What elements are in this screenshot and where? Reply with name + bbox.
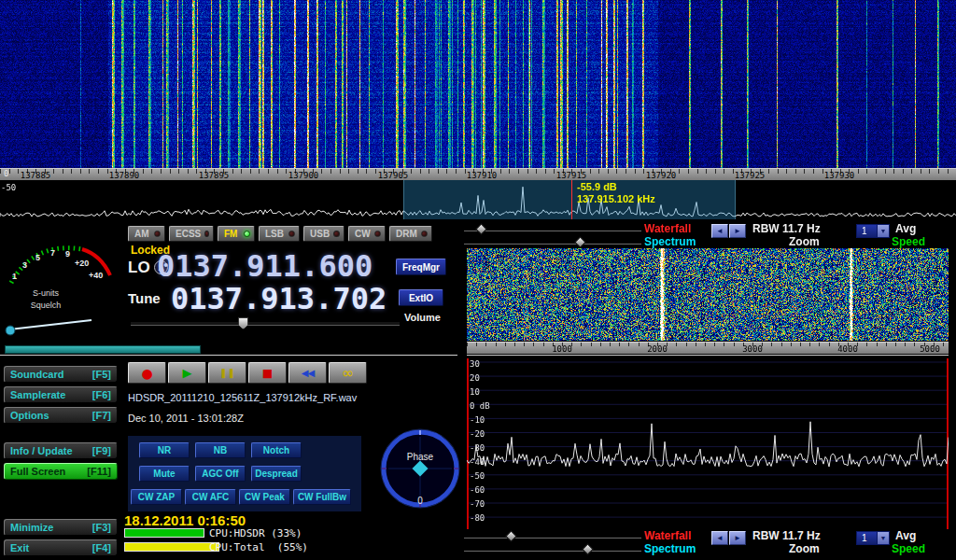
stop-icon: ■ bbox=[262, 368, 273, 379]
frequency-scale[interactable]: 137885 137890 137895 137900 137905 13791… bbox=[0, 168, 956, 180]
audio-db-label: 20 bbox=[470, 373, 480, 383]
button-label: Exit bbox=[10, 542, 29, 553]
freqmgr-button[interactable]: FreqMgr bbox=[396, 259, 446, 275]
slider-thumb[interactable] bbox=[574, 236, 586, 248]
cw-afc-button[interactable]: CW AFC bbox=[185, 489, 236, 505]
s-meter-needle-icon bbox=[9, 320, 91, 329]
mode-button-lsb[interactable]: LSB bbox=[259, 226, 300, 242]
dropdown-arrow-icon[interactable]: ▼ bbox=[877, 225, 889, 237]
notch-button[interactable]: Notch bbox=[251, 442, 302, 458]
volume-slider-thumb[interactable] bbox=[238, 317, 248, 329]
despread-button[interactable]: Despread bbox=[251, 466, 302, 482]
s-meter-number: 1 bbox=[12, 272, 17, 281]
loop-button[interactable]: ∞ bbox=[329, 362, 367, 384]
zoom-tick-label: 1000 bbox=[545, 344, 579, 354]
cpu-hdsdr-label: CPU:HDSDR (33%) bbox=[209, 527, 302, 539]
agc-button[interactable]: AGC Off bbox=[195, 466, 246, 482]
volume-label: Volume bbox=[404, 312, 441, 323]
freq-tick-label: 137885 bbox=[15, 171, 56, 180]
options-button[interactable]: Options [F7] bbox=[4, 407, 118, 424]
mode-button-cw[interactable]: CW bbox=[348, 226, 386, 242]
samplerate-button[interactable]: Samplerate [F6] bbox=[4, 386, 118, 403]
mode-label: USB bbox=[310, 229, 330, 239]
stop-button[interactable]: ■ bbox=[248, 362, 287, 384]
audio-speed-select[interactable]: 1 ▼ bbox=[856, 531, 890, 545]
audio-db-label: 30 bbox=[470, 359, 480, 369]
audio-waterfall-tab[interactable]: Waterfall bbox=[644, 529, 691, 542]
exit-button[interactable]: Exit [F4] bbox=[4, 539, 118, 556]
mode-button-drm[interactable]: DRM bbox=[389, 226, 432, 242]
zoom-in-button[interactable]: ► bbox=[729, 224, 746, 238]
freq-tick-label: 137900 bbox=[283, 171, 324, 180]
tune-frequency-display[interactable]: 0137.913.702 bbox=[171, 281, 387, 316]
mode-button-fm[interactable]: FM bbox=[218, 226, 255, 242]
pause-button[interactable]: ❚❚ bbox=[208, 362, 246, 384]
avg-label: Avg bbox=[895, 222, 916, 235]
audio-waterfall-brightness-slider[interactable] bbox=[464, 531, 641, 543]
squelch-level-bar[interactable] bbox=[5, 345, 201, 354]
freq-tick-label: 137920 bbox=[640, 171, 682, 180]
button-label: Minimize bbox=[10, 522, 53, 533]
audio-zoom-in-button[interactable]: ► bbox=[729, 531, 746, 545]
main-spectrum-display[interactable]: -55.9 dB 137.915.102 kHz bbox=[0, 180, 956, 219]
dsp-panel: NR NB Notch Mute AGC Off Despread CW ZAP… bbox=[128, 436, 361, 511]
mute-button[interactable]: Mute bbox=[139, 466, 190, 482]
waterfall-brightness-slider[interactable] bbox=[464, 224, 641, 236]
zoom-waterfall-display[interactable] bbox=[467, 248, 949, 341]
info-update-button[interactable]: Info / Update [F9] bbox=[4, 442, 118, 459]
zoom-passband-overlay[interactable] bbox=[403, 180, 736, 219]
audio-db-label: 0 dB bbox=[470, 401, 490, 411]
mode-button-am[interactable]: AM bbox=[128, 226, 165, 242]
soundcard-button[interactable]: Soundcard [F5] bbox=[4, 366, 118, 383]
audio-spectrum-gain-slider[interactable] bbox=[464, 544, 641, 556]
mode-led-icon bbox=[421, 231, 428, 237]
dropdown-arrow-icon[interactable]: ▼ bbox=[877, 532, 889, 544]
play-button[interactable]: ▶ bbox=[168, 362, 206, 384]
freq-tick-label: 137925 bbox=[729, 171, 770, 180]
nr-button[interactable]: NR bbox=[139, 442, 190, 458]
cw-peak-button[interactable]: CW Peak bbox=[239, 489, 290, 505]
panel-divider-line bbox=[0, 355, 457, 356]
audio-spectrum-tab[interactable]: Spectrum bbox=[644, 542, 696, 555]
squelch-label[interactable]: Squelch bbox=[13, 301, 78, 310]
button-label: Options bbox=[10, 410, 49, 421]
rf-waterfall-display[interactable] bbox=[0, 0, 956, 168]
cursor-readout: -55.9 dB 137.915.102 kHz bbox=[577, 181, 655, 205]
button-label: Soundcard bbox=[10, 369, 63, 380]
audio-rbw-label: RBW 11.7 Hz bbox=[752, 529, 821, 542]
spectrum-db-mid-label: -50 bbox=[1, 183, 16, 192]
cw-zap-button[interactable]: CW ZAP bbox=[131, 489, 182, 505]
zoom-out-button[interactable]: ◄ bbox=[711, 224, 728, 238]
volume-slider[interactable] bbox=[131, 321, 400, 326]
lo-frequency-display[interactable]: 0137.911.600 bbox=[157, 248, 373, 284]
fullscreen-button[interactable]: Full Screen [F11] bbox=[4, 463, 118, 480]
nb-button[interactable]: NB bbox=[195, 442, 246, 458]
spectrum-tab[interactable]: Spectrum bbox=[644, 235, 696, 248]
mode-button-usb[interactable]: USB bbox=[303, 226, 344, 242]
slider-thumb[interactable] bbox=[582, 543, 594, 555]
minimize-button[interactable]: Minimize [F3] bbox=[4, 519, 118, 536]
audio-db-label: -50 bbox=[470, 471, 485, 481]
mode-label: FM bbox=[224, 229, 237, 239]
s-meter-knob-icon[interactable] bbox=[6, 326, 15, 335]
audio-db-label: -80 bbox=[470, 513, 485, 523]
audio-zoom-out-button[interactable]: ◄ bbox=[711, 531, 728, 545]
lo-text: LO bbox=[128, 259, 150, 276]
slider-thumb[interactable] bbox=[505, 530, 517, 542]
extio-button[interactable]: ExtIO bbox=[399, 289, 443, 306]
waterfall-tab[interactable]: Waterfall bbox=[644, 222, 691, 235]
mode-button-ecss[interactable]: ECSS bbox=[169, 226, 214, 242]
rewind-button[interactable]: ◀◀ bbox=[288, 362, 327, 384]
audio-db-label: -20 bbox=[470, 429, 485, 439]
record-button[interactable]: ● bbox=[128, 362, 166, 384]
audio-speed-select-value: 1 bbox=[857, 532, 877, 544]
wav-file-date: Dec 10, 2011 - 13:01:28Z bbox=[128, 413, 244, 424]
cw-fullbw-button[interactable]: CW FullBw bbox=[293, 489, 351, 505]
slider-thumb[interactable] bbox=[475, 223, 487, 235]
cpu-hdsdr-bar bbox=[124, 528, 204, 538]
speed-select[interactable]: 1 ▼ bbox=[856, 224, 890, 238]
audio-spectrum-trace[interactable] bbox=[467, 356, 949, 529]
audio-spectrum-panel[interactable]: 30 20 10 0 dB -10 -20 -30 -40 -50 -60 -7… bbox=[467, 355, 949, 529]
right-arrow-icon: ► bbox=[734, 227, 741, 235]
zoom-frequency-scale[interactable]: 1000 2000 3000 4000 5000 bbox=[467, 342, 949, 354]
